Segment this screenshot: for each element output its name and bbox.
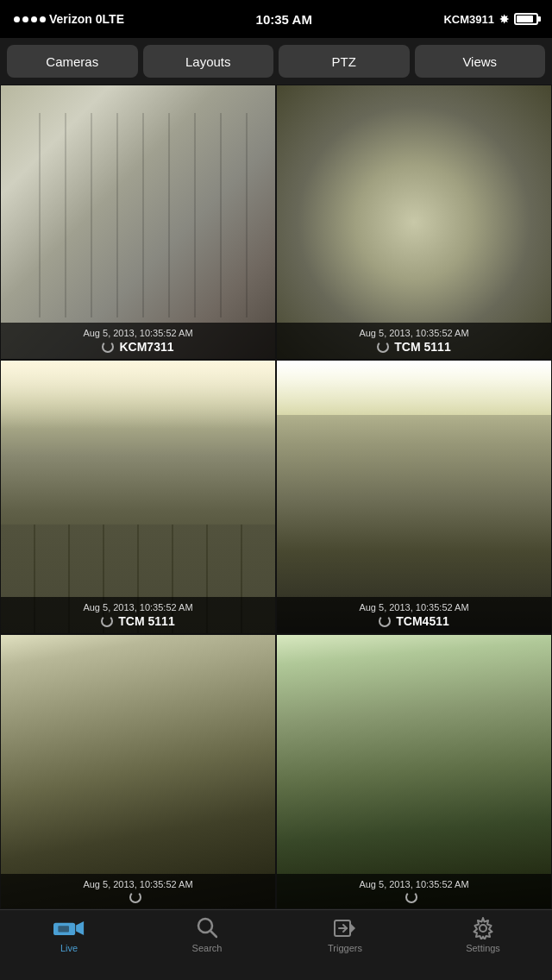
camera-cell-3[interactable]: Aug 5, 2013, 10:35:52 AM TCM 5111 <box>0 360 276 635</box>
battery-icon <box>514 13 538 25</box>
tab-search-label: Search <box>192 943 223 953</box>
tab-live[interactable]: Live <box>0 917 138 953</box>
camera-info-2: Aug 5, 2013, 10:35:52 AM TCM 5111 <box>277 323 551 359</box>
tab-settings-label: Settings <box>466 943 500 953</box>
signal-dots <box>14 16 46 22</box>
svg-point-10 <box>480 925 486 932</box>
camera-info-4: Aug 5, 2013, 10:35:52 AM TCM4511 <box>277 597 551 633</box>
svg-marker-1 <box>76 921 84 935</box>
camera-name-4: TCM4511 <box>396 614 448 628</box>
camera-info-3: Aug 5, 2013, 10:35:52 AM TCM 5111 <box>1 597 275 633</box>
refresh-icon-2 <box>377 341 389 353</box>
status-right: KCM3911 ✸ <box>443 13 538 26</box>
ptz-button[interactable]: PTZ <box>279 45 410 78</box>
triggers-icon-wrap <box>329 917 361 939</box>
camera-feed-2 <box>277 85 551 359</box>
camera-feed-5 <box>1 635 275 908</box>
views-button[interactable]: Views <box>415 45 546 78</box>
status-bar: Verizon 0LTE 10:35 AM KCM3911 ✸ <box>0 0 552 38</box>
camera-feed-4 <box>277 361 551 634</box>
camera-cell-5[interactable]: Aug 5, 2013, 10:35:52 AM <box>0 634 276 909</box>
camera-timestamp-6: Aug 5, 2013, 10:35:52 AM <box>284 879 544 889</box>
settings-icon <box>472 917 494 939</box>
camera-grid: Aug 5, 2013, 10:35:52 AM KCM7311 Aug 5, … <box>0 85 552 909</box>
search-icon-wrap <box>191 917 223 939</box>
refresh-icon-6 <box>405 891 417 903</box>
carrier-label: Verizon <box>49 12 92 26</box>
svg-rect-2 <box>58 926 69 932</box>
live-icon-wrap <box>53 917 85 939</box>
camera-name-1: KCM7311 <box>119 340 173 354</box>
layouts-button[interactable]: Layouts <box>143 45 274 78</box>
camera-info-6: Aug 5, 2013, 10:35:52 AM <box>277 874 551 908</box>
refresh-icon-4 <box>379 615 391 627</box>
refresh-icon-1 <box>102 341 114 353</box>
camera-timestamp-5: Aug 5, 2013, 10:35:52 AM <box>8 879 268 889</box>
tab-bar: Live Search Triggers <box>0 909 552 980</box>
camera-cell-6[interactable]: Aug 5, 2013, 10:35:52 AM <box>276 634 552 909</box>
camera-feed-3 <box>1 361 275 634</box>
camera-name-3: TCM 5111 <box>118 614 174 628</box>
camera-cell-1[interactable]: Aug 5, 2013, 10:35:52 AM KCM7311 <box>0 85 276 360</box>
svg-marker-6 <box>350 923 355 933</box>
settings-icon-wrap <box>467 917 499 939</box>
tab-settings[interactable]: Settings <box>414 917 552 953</box>
tab-triggers-label: Triggers <box>328 943 362 953</box>
tab-search[interactable]: Search <box>138 917 276 953</box>
search-icon <box>197 917 217 939</box>
tab-live-label: Live <box>60 943 78 953</box>
device-id-label: KCM3911 <box>443 13 494 26</box>
refresh-icon-5 <box>129 891 141 903</box>
triggers-icon <box>333 917 357 939</box>
network-label: 0LTE <box>96 12 124 26</box>
camera-cell-2[interactable]: Aug 5, 2013, 10:35:52 AM TCM 5111 <box>276 85 552 360</box>
camera-cell-4[interactable]: Aug 5, 2013, 10:35:52 AM TCM4511 <box>276 360 552 635</box>
status-left: Verizon 0LTE <box>14 12 124 26</box>
camera-timestamp-3: Aug 5, 2013, 10:35:52 AM <box>8 602 268 612</box>
svg-line-4 <box>210 931 216 937</box>
top-nav: Cameras Layouts PTZ Views <box>0 38 552 85</box>
camera-name-2: TCM 5111 <box>394 340 450 354</box>
camera-info-1: Aug 5, 2013, 10:35:52 AM KCM7311 <box>1 323 275 359</box>
tab-triggers[interactable]: Triggers <box>276 917 414 953</box>
live-camera-icon <box>53 919 85 938</box>
camera-timestamp-2: Aug 5, 2013, 10:35:52 AM <box>284 328 544 338</box>
bluetooth-icon: ✸ <box>499 13 509 26</box>
camera-info-5: Aug 5, 2013, 10:35:52 AM <box>1 874 275 908</box>
status-time: 10:35 AM <box>256 12 312 27</box>
refresh-icon-3 <box>101 615 113 627</box>
camera-timestamp-1: Aug 5, 2013, 10:35:52 AM <box>8 328 268 338</box>
cameras-button[interactable]: Cameras <box>7 45 138 78</box>
camera-feed-1 <box>1 85 275 359</box>
camera-feed-6 <box>277 635 551 908</box>
camera-timestamp-4: Aug 5, 2013, 10:35:52 AM <box>284 602 544 612</box>
